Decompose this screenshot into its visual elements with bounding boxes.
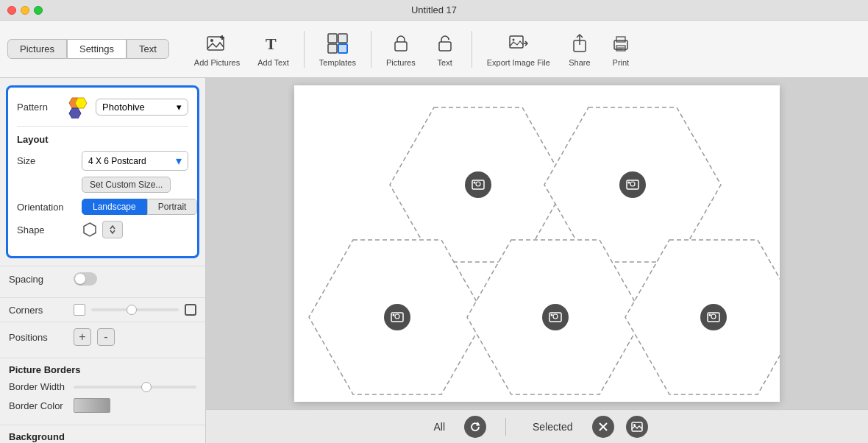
clear-selection-button[interactable]	[592, 416, 614, 438]
svg-point-42	[542, 304, 569, 330]
custom-size-row: Set Custom Size...	[17, 177, 188, 193]
templates-label: Templates	[319, 58, 356, 67]
shape-stepper[interactable]	[102, 221, 123, 238]
svg-text:T: T	[266, 35, 277, 53]
positions-remove-button[interactable]: -	[97, 328, 115, 346]
canvas-area	[206, 78, 868, 409]
pattern-divider	[17, 126, 188, 127]
svg-point-30	[465, 171, 491, 198]
pattern-dropdown[interactable]: Photohive ▾	[96, 99, 188, 116]
photohive-icon	[65, 95, 88, 118]
nav-tabs: Pictures Settings Text	[7, 39, 169, 59]
shape-control	[82, 221, 123, 238]
svg-rect-5	[328, 34, 337, 43]
templates-icon	[326, 32, 349, 55]
border-width-slider[interactable]	[74, 386, 196, 389]
landscape-button[interactable]: Landscape	[82, 199, 147, 215]
close-button[interactable]	[7, 6, 16, 15]
pictures-lock-button[interactable]: Pictures	[379, 29, 423, 70]
spacing-row: Spacing	[9, 272, 196, 286]
export-image-file-label: Export Image File	[487, 58, 550, 67]
size-dropdown[interactable]: 4 X 6 Postcard ▾	[82, 151, 188, 171]
selected-image-button[interactable]	[626, 416, 648, 438]
main-area: Pattern Photohive ▾ Layout Size	[0, 78, 868, 443]
add-text-label: Add Text	[257, 58, 289, 67]
separator-3	[472, 31, 472, 68]
background-title: Background	[9, 431, 196, 442]
svg-rect-10	[439, 42, 451, 51]
orientation-label: Orientation	[17, 202, 76, 213]
bottom-separator	[505, 418, 506, 436]
border-color-label: Border Color	[9, 400, 68, 411]
separator-1	[304, 31, 305, 68]
svg-rect-17	[616, 37, 625, 42]
svg-point-1	[210, 39, 213, 42]
positions-add-button[interactable]: +	[74, 328, 91, 346]
svg-point-49	[709, 314, 711, 316]
svg-rect-6	[338, 34, 347, 43]
add-pictures-label: Add Pictures	[194, 58, 240, 67]
border-color-swatch[interactable]	[74, 398, 110, 413]
svg-marker-22	[75, 98, 87, 108]
tab-settings[interactable]: Settings	[67, 39, 127, 59]
svg-point-45	[551, 314, 553, 316]
add-pictures-button[interactable]: Add Pictures	[187, 29, 247, 70]
templates-button[interactable]: Templates	[312, 29, 363, 70]
all-label: All	[426, 418, 452, 436]
border-width-row: Border Width	[9, 381, 196, 392]
svg-point-12	[512, 38, 514, 40]
minimize-button[interactable]	[21, 6, 29, 15]
export-image-file-button[interactable]: Export Image File	[480, 29, 558, 70]
image-icon	[631, 422, 643, 432]
corners-row: Corners	[9, 304, 196, 316]
text-lock-button[interactable]: Text	[426, 29, 464, 70]
corners-slider-track[interactable]	[91, 308, 179, 311]
pictures-lock-icon	[389, 32, 413, 55]
refresh-button[interactable]	[464, 416, 486, 438]
add-text-button[interactable]: T Add Text	[250, 29, 296, 70]
tab-pictures[interactable]: Pictures	[7, 39, 67, 59]
titlebar: Untitled 17	[0, 0, 868, 21]
layout-title: Layout	[17, 134, 188, 145]
border-width-label: Border Width	[9, 381, 68, 392]
window-title: Untitled 17	[411, 4, 457, 15]
border-width-thumb[interactable]	[141, 382, 152, 392]
size-dropdown-arrow: ▾	[176, 154, 182, 168]
bottom-bar: All Selected	[206, 409, 868, 443]
shape-label: Shape	[17, 224, 76, 235]
spacing-section: Spacing	[0, 266, 205, 297]
picture-borders-title: Picture Borders	[9, 364, 196, 375]
pattern-label: Pattern	[17, 102, 57, 113]
tab-text[interactable]: Text	[127, 39, 169, 59]
spacing-toggle[interactable]	[74, 272, 97, 286]
layout-subsection: Layout Size 4 X 6 Postcard ▾ Set Custom …	[17, 134, 188, 238]
shape-stepper-arrows-icon	[109, 224, 116, 235]
corners-checkbox[interactable]	[74, 304, 85, 316]
svg-rect-8	[338, 44, 347, 53]
orientation-row: Orientation Landscape Portrait	[17, 199, 188, 215]
hex-grid-svg	[294, 85, 780, 402]
add-pictures-icon	[205, 32, 229, 55]
canvas-paper	[294, 85, 780, 402]
svg-point-33	[474, 182, 476, 184]
share-icon	[568, 32, 591, 55]
size-value: 4 X 6 Postcard	[88, 156, 176, 166]
size-row: Size 4 X 6 Postcard ▾	[17, 151, 188, 171]
add-text-icon: T	[261, 32, 285, 55]
positions-row: Positions + -	[9, 328, 196, 346]
custom-size-button[interactable]: Set Custom Size...	[82, 177, 171, 193]
spacing-label: Spacing	[9, 274, 68, 285]
share-button[interactable]: Share	[561, 29, 599, 70]
print-button[interactable]: Print	[602, 29, 640, 70]
maximize-button[interactable]	[34, 6, 43, 15]
portrait-button[interactable]: Portrait	[147, 199, 198, 215]
background-section: Background Transparent Background	[0, 425, 205, 443]
pattern-section: Pattern Photohive ▾ Layout Size	[6, 85, 199, 258]
corners-label: Corners	[9, 305, 68, 316]
corners-slider-thumb[interactable]	[127, 305, 137, 315]
svg-point-53	[633, 424, 636, 426]
svg-rect-7	[328, 44, 337, 53]
pictures-lock-label: Pictures	[386, 58, 416, 67]
export-icon	[507, 32, 530, 55]
svg-marker-23	[69, 108, 81, 118]
